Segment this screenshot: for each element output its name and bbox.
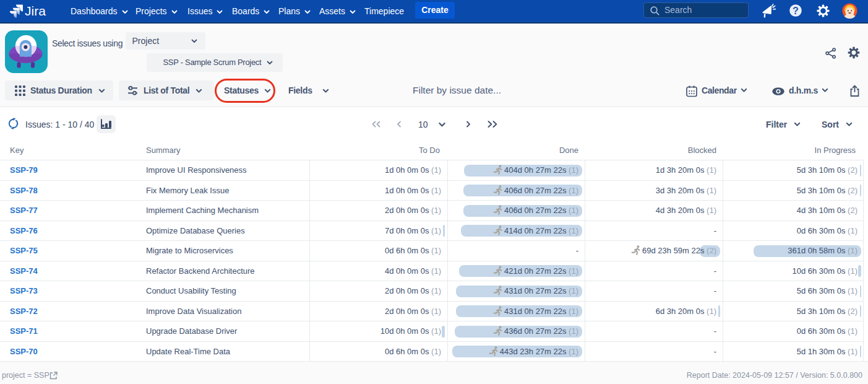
- svg-text:?: ?: [793, 6, 799, 16]
